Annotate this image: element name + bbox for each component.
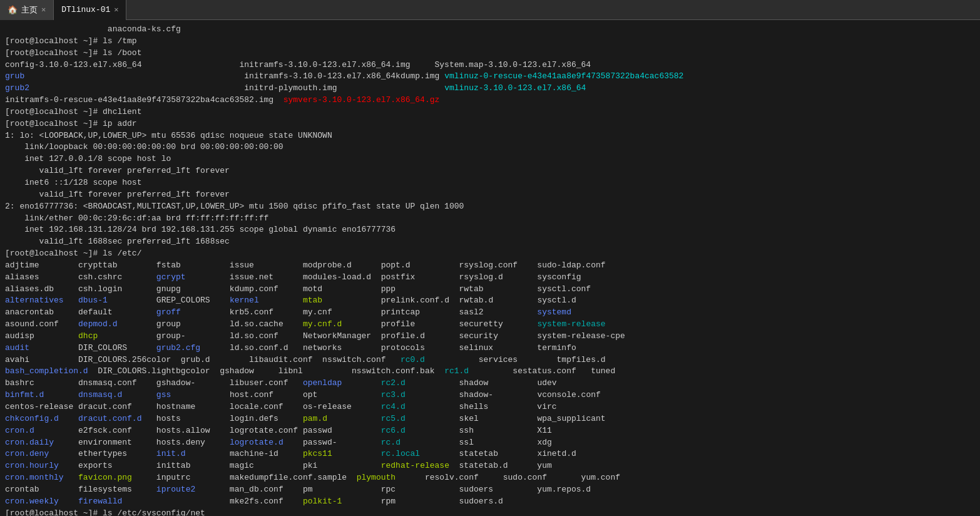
home-icon: 🏠 [8, 5, 18, 15]
dtlinux-tab-close[interactable]: ✕ [114, 5, 118, 14]
dtlinux-tab-label: DTlinux-01 [61, 5, 110, 14]
home-tab-label: 主页 [21, 4, 38, 16]
tab-home[interactable]: 🏠 主页 ✕ [0, 0, 54, 20]
titlebar: 🏠 主页 ✕ DTlinux-01 ✕ [0, 0, 980, 20]
terminal-content[interactable]: anaconda-ks.cfg [root@localhost ~]# ls /… [0, 20, 980, 516]
tab-dtlinux[interactable]: DTlinux-01 ✕ [54, 0, 126, 20]
home-tab-close[interactable]: ✕ [41, 5, 46, 14]
